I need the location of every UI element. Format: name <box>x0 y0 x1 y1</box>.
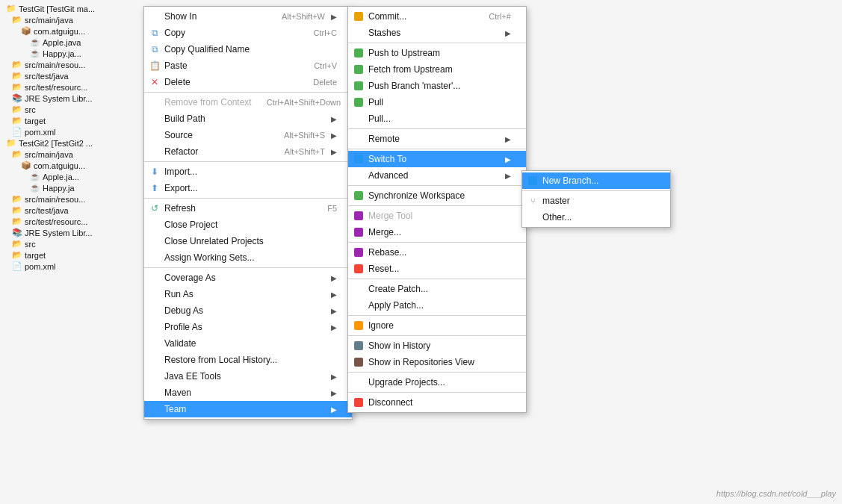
menu-item[interactable]: Other... <box>522 209 670 225</box>
menu-item[interactable]: ✕ Delete Delete <box>144 74 352 90</box>
tree-item-icon: 📚 <box>12 228 22 237</box>
menu-item-icon <box>353 320 365 332</box>
menu-item[interactable]: Create Patch... <box>348 281 526 297</box>
menu-shortcut: Ctrl+Alt+Shift+Down <box>267 98 341 107</box>
menu-item[interactable]: Profile As ▶ <box>144 319 352 335</box>
menu-item[interactable]: Reset... <box>348 261 526 277</box>
menu-item[interactable]: Advanced ▶ <box>348 167 526 184</box>
tree-item[interactable]: 📂src/main/java <box>0 149 142 160</box>
tree-item[interactable]: 📂src/test/resourc... <box>0 216 142 227</box>
menu-item-icon <box>353 133 365 145</box>
menu-item[interactable]: Build Path ▶ <box>144 111 352 127</box>
menu-item[interactable]: Show In Alt+Shift+W ▶ <box>144 8 352 25</box>
tree-item[interactable]: 📂src <box>0 104 142 115</box>
menu-item-icon <box>353 226 365 238</box>
menu-item[interactable]: ↺ Refresh F5 <box>144 200 352 217</box>
menu-item[interactable]: 📋 Paste Ctrl+V <box>144 57 352 74</box>
menu-item[interactable]: Restore from Local History... <box>144 352 352 368</box>
menu-shortcut: Alt+Shift+T <box>285 147 325 156</box>
menu-item[interactable]: Close Unrelated Projects <box>144 233 352 249</box>
menu-item-label: Reset... <box>368 264 511 274</box>
menu-item-label: Ignore <box>368 320 511 331</box>
tree-item[interactable]: 📂src/test/java <box>0 70 142 81</box>
menu-item[interactable]: Rebase... <box>348 244 526 261</box>
menu-item-icon <box>353 263 365 275</box>
menu-item[interactable]: Pull... <box>348 111 526 127</box>
menu-item[interactable]: Close Project <box>144 217 352 233</box>
menu-item[interactable]: Remote ▶ <box>348 131 526 147</box>
menu-item[interactable]: Maven ▶ <box>144 385 352 401</box>
menu-item[interactable]: Ignore <box>348 317 526 334</box>
menu-item[interactable]: Fetch from Upstream <box>348 61 526 78</box>
menu-item[interactable]: New Branch... <box>522 172 670 189</box>
tree-item-icon: 📂 <box>12 105 22 114</box>
submenu-arrow: ▶ <box>331 389 337 397</box>
tree-item[interactable]: 📦com.atguigu... <box>0 160 142 171</box>
menu-item[interactable]: Team ▶ <box>144 401 352 417</box>
menu-item[interactable]: Refactor Alt+Shift+T ▶ <box>144 143 352 160</box>
menu-item-label: Merge Tool <box>368 211 511 221</box>
menu-item[interactable]: Debug As ▶ <box>144 302 352 319</box>
tree-item[interactable]: 📂src/main/java <box>0 14 142 25</box>
menu-item[interactable]: Push to Upstream <box>348 45 526 61</box>
menu-item[interactable]: Upgrade Projects... <box>348 374 526 391</box>
menu-item[interactable]: Push Branch 'master'... <box>348 78 526 94</box>
submenu-arrow: ▶ <box>505 29 511 37</box>
menu-item[interactable]: Synchronize Workspace <box>348 187 526 204</box>
file-tree: 📁TestGit [TestGit ma...📂src/main/java📦co… <box>0 0 142 504</box>
tree-item[interactable]: 📂src/test/resourc... <box>0 81 142 93</box>
menu-item[interactable]: Disconnect <box>348 394 526 411</box>
menu-item[interactable]: Validate <box>144 335 352 352</box>
menu-item[interactable]: Show in History <box>348 337 526 354</box>
tree-item[interactable]: 📦com.atguigu... <box>0 25 142 37</box>
tree-item[interactable]: ☕Apple.java <box>0 37 142 48</box>
menu-item[interactable]: Source Alt+Shift+S ▶ <box>144 127 352 143</box>
tree-item[interactable]: 📂src/main/resou... <box>0 193 142 205</box>
menu-item[interactable]: Coverage As ▶ <box>144 270 352 286</box>
tree-item[interactable]: 📚JRE System Libr... <box>0 93 142 104</box>
menu-item-icon <box>149 288 161 300</box>
tree-item[interactable]: 📂src <box>0 238 142 249</box>
menu-separator <box>348 185 526 186</box>
tree-item[interactable]: ☕Happy.ja... <box>0 48 142 59</box>
menu-item-icon <box>149 272 161 284</box>
menu-item[interactable]: Stashes ▶ <box>348 25 526 41</box>
menu-item-label: Advanced <box>368 170 499 181</box>
menu-item[interactable]: Switch To ▶ <box>348 151 526 167</box>
menu-separator <box>348 315 526 316</box>
submenu-arrow: ▶ <box>331 405 337 414</box>
menu-item[interactable]: Commit... Ctrl+# <box>348 8 526 25</box>
menu-item[interactable]: ⧉ Copy Ctrl+C <box>144 25 352 41</box>
menu-separator <box>348 205 526 206</box>
tree-item[interactable]: 📂src/test/java <box>0 205 142 216</box>
tree-item[interactable]: 📂target <box>0 115 142 126</box>
menu-item-icon <box>353 396 365 408</box>
tree-item[interactable]: 📂target <box>0 249 142 261</box>
tree-item[interactable]: 📁TestGit2 [TestGit2 ... <box>0 137 142 149</box>
menu-item[interactable]: ⬇ Import... <box>144 164 352 180</box>
menu-item[interactable]: ⑂ master <box>522 193 670 209</box>
menu-item[interactable]: ⬆ Export... <box>144 180 352 196</box>
tree-item[interactable]: 📄pom.xml <box>0 126 142 137</box>
submenu-arrow: ▶ <box>505 172 511 180</box>
tree-item[interactable]: 📁TestGit [TestGit ma... <box>0 3 142 14</box>
menu-item[interactable]: Run As ▶ <box>144 286 352 302</box>
menu-item-label: Create Patch... <box>368 284 511 294</box>
menu-item[interactable]: Merge... <box>348 224 526 240</box>
menu-item[interactable]: Apply Patch... <box>348 297 526 314</box>
menu-item[interactable]: Assign Working Sets... <box>144 249 352 266</box>
tree-item-icon: ☕ <box>30 49 40 58</box>
menu-item[interactable]: Show in Repositories View <box>348 354 526 370</box>
tree-item[interactable]: 📂src/main/resou... <box>0 59 142 70</box>
tree-item[interactable]: 📄pom.xml <box>0 261 142 272</box>
tree-item[interactable]: ☕Apple.ja... <box>0 171 142 182</box>
submenu-arrow: ▶ <box>331 307 337 315</box>
menu-item[interactable]: Java EE Tools ▶ <box>144 368 352 385</box>
tree-item-label: Happy.ja... <box>43 49 81 58</box>
tree-item[interactable]: ☕Happy.ja <box>0 182 142 193</box>
menu-item-label: Disconnect <box>368 397 511 408</box>
menu-item[interactable]: ⧉ Copy Qualified Name <box>144 41 352 57</box>
menu-item[interactable]: Pull <box>348 94 526 111</box>
tree-item[interactable]: 📚JRE System Libr... <box>0 227 142 238</box>
menu-item-icon <box>353 376 365 388</box>
